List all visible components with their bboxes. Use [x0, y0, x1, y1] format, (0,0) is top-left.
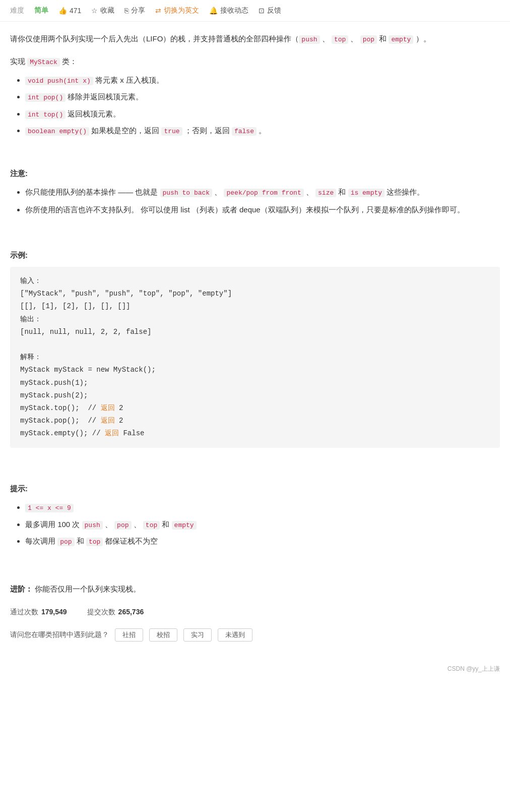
- notify-label: 接收动态: [220, 6, 248, 15]
- hint-code-push: push: [82, 521, 103, 530]
- feedback-label: 反馈: [267, 6, 281, 15]
- feedback-button[interactable]: ⊡ 反馈: [259, 6, 281, 15]
- recruit-btn-not-met[interactable]: 未遇到: [218, 628, 252, 642]
- method-top-code: int top(): [25, 110, 66, 119]
- recruit-btn-shixi[interactable]: 实习: [183, 628, 212, 642]
- inline-code-push: push: [299, 35, 320, 44]
- advance-desc: 你能否仅用一个队列来实现栈。: [35, 585, 141, 593]
- like-count: 471: [70, 7, 81, 15]
- method-pop-code: int pop(): [25, 93, 66, 102]
- difficulty-level[interactable]: 简单: [34, 6, 48, 15]
- translate-icon: ⇄: [155, 7, 161, 15]
- stats-pass-value: 179,549: [41, 606, 67, 618]
- stats-submit-value: 265,736: [118, 606, 144, 618]
- note-item-1: 你只能使用队列的基本操作 —— 也就是 push to back 、 peek/…: [25, 185, 500, 199]
- inline-code-top: top: [332, 35, 348, 44]
- advance-section: 进阶： 你能否仅用一个队列来实现栈。: [10, 582, 500, 596]
- csdn-watermark: CSDN @yy_上上谦: [0, 660, 510, 678]
- share-button[interactable]: ⎘ 分享: [124, 6, 145, 15]
- method-list: void push(int x) 将元素 x 压入栈顶。 int pop() 移…: [10, 73, 500, 138]
- notify-button[interactable]: 🔔 接收动态: [209, 6, 248, 15]
- problem-description: 请你仅使用两个队列实现一个后入先出（LIFO）的栈，并支持普通栈的全部四种操作（…: [10, 32, 500, 46]
- toolbar: 难度 简单 👍 471 ☆ 收藏 ⎘ 分享 ⇄ 切换为英文 🔔 接收动态 ⊡ 反…: [0, 0, 510, 22]
- collect-button[interactable]: ☆ 收藏: [91, 6, 114, 15]
- advance-label: 进阶：: [10, 585, 33, 593]
- method-push-code: void push(int x): [25, 77, 93, 85]
- note-list: 你只能使用队列的基本操作 —— 也就是 push to back 、 peek/…: [10, 185, 500, 216]
- inline-code-mystack: MyStack: [27, 58, 60, 67]
- hint-code-top: top: [143, 521, 160, 530]
- inline-code-empty: empty: [389, 35, 413, 44]
- bell-icon: 🔔: [209, 7, 218, 15]
- method-pop: int pop() 移除并返回栈顶元素。: [25, 90, 500, 103]
- share-label: 分享: [131, 6, 145, 15]
- note-item-2: 你所使用的语言也许不支持队列。 你可以使用 list （列表）或者 deque（…: [25, 203, 500, 216]
- share-icon: ⎘: [124, 7, 129, 15]
- hint-code-empty: empty: [172, 521, 197, 530]
- return-word-2: 返回: [101, 417, 115, 425]
- switch-lang-button[interactable]: ⇄ 切换为英文: [155, 6, 199, 15]
- hint-list: 1 <= x <= 9 最多调用 100 次 push 、 pop 、 top …: [10, 500, 500, 548]
- hints-section: 提示: 1 <= x <= 9 最多调用 100 次 push 、 pop 、 …: [10, 482, 500, 548]
- recruit-section: 请问您在哪类招聘中遇到此题？ 社招 校招 实习 未遇到: [10, 628, 500, 642]
- stats-pass: 通过次数 179,549: [10, 606, 67, 618]
- inline-code-peek-pop: peek/pop from front: [224, 189, 303, 197]
- hint-item-1: 1 <= x <= 9: [25, 500, 500, 514]
- feedback-icon: ⊡: [259, 7, 265, 15]
- hint-code-1: 1 <= x <= 9: [25, 504, 74, 512]
- recruit-question: 请问您在哪类招聘中遇到此题？: [10, 628, 109, 641]
- example-title: 示例:: [10, 248, 500, 262]
- like-button[interactable]: 👍 471: [58, 7, 81, 15]
- inline-code-false: false: [232, 127, 257, 136]
- notes-section: 注意: 你只能使用队列的基本操作 —— 也就是 push to back 、 p…: [10, 166, 500, 216]
- stats-section: 通过次数 179,549 提交次数 265,736: [10, 606, 500, 618]
- method-push: void push(int x) 将元素 x 压入栈顶。: [25, 73, 500, 87]
- stats-submit-label: 提交次数: [87, 606, 115, 618]
- example-section: 示例: 输入： ["MyStack", "push", "push", "top…: [10, 248, 500, 448]
- switch-label: 切换为英文: [164, 6, 199, 15]
- inline-code-is-empty: is empty: [348, 189, 385, 197]
- method-empty-code: boolean empty(): [25, 127, 89, 136]
- star-icon: ☆: [91, 7, 98, 15]
- hint-code-top2: top: [86, 538, 103, 546]
- inline-code-pop: pop: [360, 35, 377, 44]
- stats-submit: 提交次数 265,736: [87, 606, 144, 618]
- inline-code-true: true: [161, 127, 182, 136]
- stats-pass-label: 通过次数: [10, 606, 38, 618]
- return-word-1: 返回: [101, 404, 115, 412]
- collect-label: 收藏: [100, 6, 114, 15]
- recruit-btn-xiaozhao[interactable]: 校招: [149, 628, 177, 642]
- hint-item-3: 每次调用 pop 和 top 都保证栈不为空: [25, 534, 500, 548]
- notes-title: 注意:: [10, 166, 500, 180]
- inline-code-push-to-back: push to back: [160, 189, 213, 197]
- difficulty-label: 难度: [10, 6, 24, 15]
- hint-code-pop2: pop: [57, 538, 74, 546]
- like-icon: 👍: [58, 7, 67, 15]
- hints-title: 提示:: [10, 482, 500, 495]
- method-top: int top() 返回栈顶元素。: [25, 107, 500, 121]
- inline-code-size: size: [315, 189, 336, 197]
- example-code-block: 输入： ["MyStack", "push", "push", "top", "…: [10, 267, 500, 448]
- watermark-text: CSDN @yy_上上谦: [448, 665, 500, 672]
- implement-label: 实现 MyStack 类：: [10, 54, 500, 68]
- content-area: 请你仅使用两个队列实现一个后入先出（LIFO）的栈，并支持普通栈的全部四种操作（…: [0, 22, 510, 660]
- method-empty: boolean empty() 如果栈是空的，返回 true ；否则，返回 fa…: [25, 124, 500, 137]
- hint-item-2: 最多调用 100 次 push 、 pop 、 top 和 empty: [25, 517, 500, 531]
- hint-code-pop: pop: [114, 521, 131, 530]
- return-word-3: 返回: [105, 429, 119, 437]
- recruit-btn-shezha[interactable]: 社招: [115, 628, 143, 642]
